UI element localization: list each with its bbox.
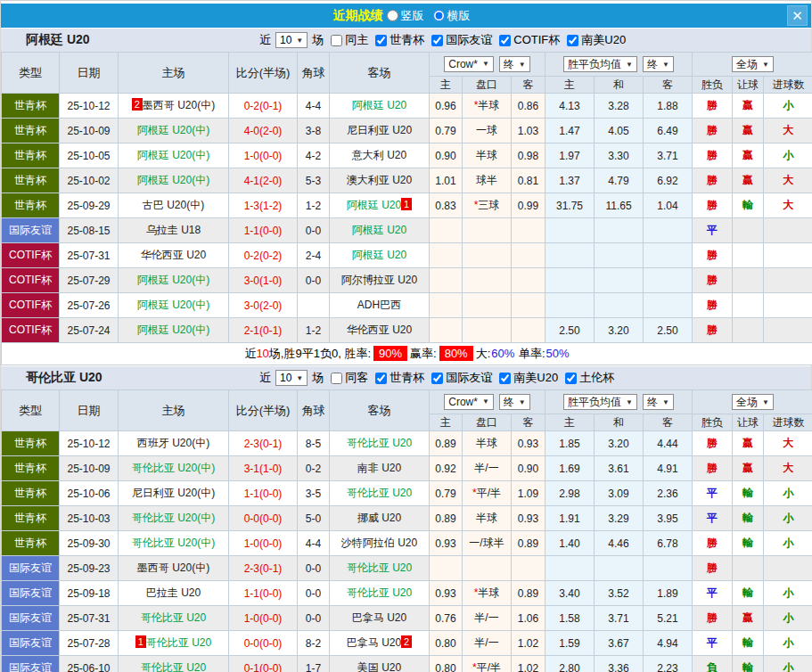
odds-home: 0.79 — [430, 119, 463, 143]
layout-radio-horizontal[interactable]: 横版 — [433, 8, 471, 24]
summary-part: 大: — [476, 347, 491, 360]
odds-provider-select[interactable]: Crow*▼ — [444, 394, 494, 410]
competition-checkbox[interactable] — [375, 35, 387, 46]
match-score: 0-0(0-0) — [229, 631, 298, 656]
result-handicap: 輸 — [733, 531, 764, 556]
away-team: 阿根廷 U201 — [330, 193, 430, 218]
home-team: 哥伦比亚 U20(中) — [119, 456, 229, 481]
layout-radio-vertical[interactable]: 竖版 — [387, 8, 424, 24]
result-goals: 大 — [764, 119, 812, 143]
home-team-name: 哥伦比亚 U20(中) — [132, 537, 215, 549]
odds-home: 0.89 — [430, 431, 463, 456]
home-team-name: 哥伦比亚 U20 — [146, 636, 211, 649]
close-button[interactable]: ✕ — [787, 5, 808, 26]
avg-odds-select[interactable]: 胜平负均值▼ — [563, 56, 637, 72]
col-result-outcome: 胜负 — [693, 77, 733, 94]
games-count-select[interactable]: 10▼ — [275, 32, 308, 48]
scope-select[interactable]: 全场▼ — [732, 394, 774, 410]
odds-handicap: *平/半 — [463, 481, 512, 506]
col-odds-handicap: 盘口 — [463, 414, 512, 431]
col-away: 客场 — [330, 390, 430, 431]
match-row: 世青杯25-10-12西班牙 U20(中)2-3(0-1)8-5哥伦比亚 U20… — [2, 431, 812, 456]
corner-score: 4-4 — [298, 531, 330, 556]
result-outcome: 勝 — [693, 168, 733, 193]
horizontal-radio-input[interactable] — [433, 10, 445, 21]
avg-draw — [595, 556, 644, 581]
final-avg-select-label: 终 — [647, 57, 658, 72]
away-team: 南非 U20 — [330, 456, 430, 481]
odds-away: 0.90 — [512, 456, 545, 481]
competition-checkbox[interactable] — [375, 373, 387, 384]
result-outcome: 平 — [693, 506, 733, 531]
result-outcome: 平 — [693, 481, 733, 506]
recent-results-dialog: 近期战绩 竖版 横版 ✕ 阿根廷 U20近10▼场同主世青杯国际友谊COTIF杯… — [0, 0, 812, 672]
odds-home — [430, 293, 463, 318]
scope-select[interactable]: 全场▼ — [732, 56, 774, 72]
avg-home: 1.40 — [545, 531, 595, 556]
competition-checkbox[interactable] — [565, 373, 577, 384]
odds-handicap — [463, 556, 512, 581]
same-venue-checkbox[interactable] — [331, 373, 342, 384]
dialog-title: 近期战绩 — [333, 8, 383, 24]
match-date: 25-10-09 — [60, 456, 119, 481]
avg-home: 1.69 — [545, 456, 595, 481]
avg-draw: 3.61 — [595, 456, 644, 481]
competition-checkbox[interactable] — [431, 35, 443, 46]
odds-handicap — [463, 268, 512, 293]
competition-label: 国际友谊 — [446, 370, 492, 386]
corner-score: 3-5 — [298, 481, 330, 506]
asterisk-mark: * — [472, 661, 477, 672]
odds-provider-select[interactable]: Crow*▼ — [444, 56, 494, 72]
odds-away: 0.86 — [512, 94, 545, 119]
final-avg-select[interactable]: 终▼ — [643, 56, 674, 72]
away-team-name: 阿尔博拉亚 U20 — [341, 274, 417, 286]
col-corner: 角球 — [298, 53, 330, 94]
away-team-name: 阿根廷 U20 — [352, 224, 406, 236]
competition-checkbox[interactable] — [431, 373, 443, 384]
result-outcome: 勝 — [693, 193, 733, 218]
filter-bar: 近10▼场同客世青杯国际友谊南美U20土伦杯 — [258, 370, 616, 386]
odds-handicap — [463, 243, 512, 268]
chevron-down-icon: ▼ — [519, 61, 526, 69]
final-odds-select[interactable]: 终▼ — [499, 394, 530, 410]
away-team-name: 哥伦比亚 U20 — [347, 561, 412, 574]
vertical-radio-input[interactable] — [387, 10, 398, 21]
match-type: 世青杯 — [2, 531, 60, 556]
odds-home: 0.89 — [430, 506, 463, 531]
avg-away: 6.49 — [644, 119, 693, 143]
odds-handicap: 球半 — [463, 168, 512, 193]
competition-checkbox[interactable] — [567, 35, 578, 46]
odds-provider-select-label: Crow* — [448, 58, 478, 70]
competition-label: COTIF杯 — [513, 32, 560, 48]
away-team: 华伦西亚 U20 — [330, 318, 430, 343]
corner-score: 1-2 — [298, 193, 330, 218]
col-corner: 角球 — [298, 390, 330, 431]
result-outcome: 勝 — [693, 268, 733, 293]
away-team: 巴拿马 U20 — [330, 606, 430, 631]
competition-label: 国际友谊 — [446, 32, 492, 48]
odds-home — [430, 218, 463, 243]
avg-draw — [595, 218, 644, 243]
odds-handicap: 半/一 — [463, 456, 512, 481]
competition-label: 南美U20 — [513, 370, 558, 386]
competition-checkbox[interactable] — [499, 35, 511, 46]
avg-draw — [595, 243, 644, 268]
avg-away: 6.78 — [644, 531, 693, 556]
final-avg-select[interactable]: 终▼ — [643, 394, 674, 410]
competition-checkbox[interactable] — [499, 373, 511, 384]
away-team: 哥伦比亚 U20 — [330, 481, 430, 506]
odds-home: 0.80 — [430, 656, 463, 672]
match-type: 国际友谊 — [2, 218, 60, 243]
match-type: 世青杯 — [2, 193, 60, 218]
avg-odds-select[interactable]: 胜平负均值▼ — [563, 394, 637, 410]
final-odds-select[interactable]: 终▼ — [499, 56, 530, 72]
home-team: 阿根廷 U20(中) — [119, 318, 229, 343]
result-handicap: 輸 — [733, 506, 764, 531]
odds-away — [512, 293, 545, 318]
games-count-select-label: 10 — [280, 372, 291, 384]
games-count-select[interactable]: 10▼ — [275, 370, 308, 386]
home-team-name: 阿根廷 U20(中) — [137, 324, 209, 336]
competition-label: 南美U20 — [581, 32, 626, 48]
same-venue-checkbox[interactable] — [331, 35, 342, 46]
odds-handicap — [463, 293, 512, 318]
